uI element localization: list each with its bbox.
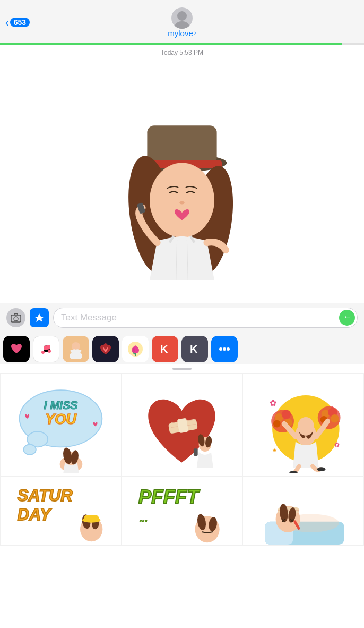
camera-icon: [11, 313, 21, 323]
drawer-app-k-dark[interactable]: K: [181, 336, 208, 362]
broken-heart-svg: [133, 377, 231, 473]
svg-point-15: [41, 351, 45, 354]
back-badge-count: 653: [10, 18, 30, 27]
appstore-icon: [33, 312, 45, 324]
svg-point-5: [150, 163, 214, 238]
app-drawer: K K: [0, 333, 364, 364]
drawer-app-lotus[interactable]: [92, 336, 119, 362]
k-dark-drawer-icon: K: [187, 341, 203, 357]
bitmoji-drawer-icon: [66, 339, 86, 359]
drawer-app-klook[interactable]: K: [152, 336, 178, 362]
contact-name-label: mylove: [168, 29, 193, 38]
svg-text:✿: ✿: [334, 441, 340, 448]
svg-point-24: [227, 347, 230, 351]
more-drawer-icon: [216, 341, 232, 357]
drawer-app-red-heart[interactable]: [3, 336, 30, 362]
sticker-sick[interactable]: [242, 477, 364, 546]
drawer-app-rose[interactable]: [122, 336, 149, 362]
pffft-svg: PFFFT ...: [133, 478, 231, 545]
message-area: [0, 58, 364, 303]
lotus-drawer-icon: [97, 341, 114, 358]
contact-name-row[interactable]: mylove ›: [168, 29, 196, 38]
bitmoji-svg: [102, 69, 262, 282]
contact-info[interactable]: mylove ›: [168, 7, 196, 38]
avatar-person-icon: [171, 7, 193, 29]
sticker-panel: I MISS YOU: [0, 373, 364, 546]
svg-text:YOU: YOU: [45, 410, 77, 427]
appstore-button[interactable]: [30, 308, 49, 327]
sick-svg: [254, 478, 352, 545]
svg-point-6: [179, 201, 184, 205]
svg-text:★: ★: [272, 447, 277, 453]
svg-point-50: [282, 410, 291, 419]
music-drawer-icon: [39, 342, 54, 357]
svg-point-23: [223, 347, 226, 351]
svg-point-17: [72, 342, 80, 351]
svg-point-57: [331, 414, 339, 423]
svg-point-60: [298, 417, 314, 435]
svg-point-62: [317, 467, 326, 471]
message-timestamp: Today 5:53 PM: [0, 45, 364, 58]
svg-rect-69: [84, 515, 99, 522]
svg-text:SATUR: SATUR: [18, 486, 73, 505]
svg-text:K: K: [160, 343, 168, 355]
send-button[interactable]: ↑: [339, 310, 355, 326]
scroll-handle-bar: [172, 368, 192, 370]
back-chevron-icon: ‹: [5, 16, 9, 29]
svg-text:✿: ✿: [270, 398, 276, 407]
svg-point-51: [273, 420, 281, 427]
send-arrow-icon: ↑: [343, 315, 351, 319]
back-button[interactable]: ‹ 653: [5, 16, 30, 29]
sticker-broken-heart[interactable]: [122, 373, 243, 477]
drawer-app-music[interactable]: [33, 336, 59, 362]
i-miss-you-svg: I MISS YOU: [12, 377, 110, 473]
sticker-saturday[interactable]: SATUR DAY: [0, 477, 122, 546]
bitmoji-message-sticker: [97, 64, 267, 287]
message-header: ‹ 653 mylove ›: [0, 0, 364, 43]
input-toolbar: Text Message ↑: [0, 303, 364, 333]
svg-text:DAY: DAY: [18, 505, 52, 523]
svg-point-14: [14, 317, 18, 321]
red-heart-drawer-icon: [9, 342, 24, 357]
svg-point-16: [48, 350, 51, 353]
rose-drawer-icon: [126, 340, 144, 358]
text-message-placeholder: Text Message: [61, 312, 117, 323]
svg-point-27: [23, 444, 36, 454]
contact-chevron-icon: ›: [194, 29, 196, 37]
svg-point-22: [219, 347, 222, 351]
contact-avatar: [171, 7, 193, 29]
drawer-app-more[interactable]: [211, 336, 238, 362]
sticker-pffft[interactable]: PFFFT ...: [122, 477, 243, 546]
loading-progress-bar: [0, 43, 342, 45]
svg-text:PFFFT: PFFFT: [138, 486, 200, 508]
sticker-cheerleader[interactable]: ✿ ✦ ✿ ★: [242, 373, 364, 477]
svg-rect-1: [147, 125, 216, 164]
cheerleader-svg: ✿ ✦ ✿ ★: [254, 377, 352, 473]
sticker-i-miss-you[interactable]: I MISS YOU: [0, 373, 122, 477]
drawer-app-bitmoji[interactable]: [63, 336, 89, 362]
scroll-handle-area: [0, 364, 364, 373]
svg-text:...: ...: [140, 512, 148, 523]
svg-rect-41: [194, 448, 198, 456]
text-message-input[interactable]: Text Message ↑: [53, 308, 358, 328]
camera-button[interactable]: [6, 308, 25, 327]
svg-text:K: K: [190, 343, 198, 355]
klook-drawer-icon: K: [157, 341, 173, 357]
saturday-svg: SATUR DAY: [12, 478, 110, 545]
